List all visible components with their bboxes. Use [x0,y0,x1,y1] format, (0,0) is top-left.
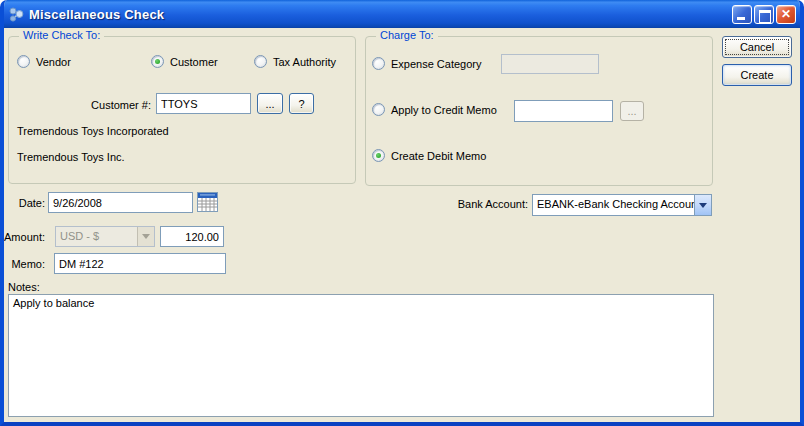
miscellaneous-check-dialog: Miscellaneous Check ✕ Write Check To: Ve… [0,0,804,426]
window-title: Miscellaneous Check [29,7,732,22]
charge-to-legend: Charge To: [376,29,438,41]
customer-number-label: Customer #: [49,99,151,111]
dialog-body: Write Check To: Vendor Customer Tax Auth… [4,28,800,422]
radio-indicator-selected [151,55,164,68]
memo-label: Memo: [4,258,45,270]
radio-apply-credit-memo[interactable]: Apply to Credit Memo [372,103,497,116]
write-check-to-legend: Write Check To: [19,29,104,41]
chevron-down-icon[interactable] [694,195,711,215]
radio-create-debit-memo-label: Create Debit Memo [391,150,486,162]
radio-tax-authority-label: Tax Authority [273,56,336,68]
bank-account-label: Bank Account: [334,198,528,210]
chevron-down-icon-disabled [137,227,154,246]
radio-indicator [254,55,267,68]
customer-help-button[interactable]: ? [289,93,314,114]
radio-indicator-selected [372,149,385,162]
currency-value: USD - $ [56,227,137,246]
radio-tax-authority[interactable]: Tax Authority [254,55,336,68]
maximize-button[interactable] [754,5,774,24]
radio-customer-label: Customer [170,56,218,68]
close-button[interactable]: ✕ [776,5,796,24]
date-input[interactable] [48,192,193,213]
radio-create-debit-memo[interactable]: Create Debit Memo [372,149,486,162]
bank-account-value: EBANK-eBank Checking Account [533,195,694,215]
credit-memo-input[interactable] [514,100,613,122]
expense-category-input [501,54,599,74]
credit-memo-browse-button: ... [620,101,644,121]
window-controls: ✕ [732,5,796,24]
radio-indicator [17,55,30,68]
minimize-button[interactable] [732,5,752,24]
customer-browse-button[interactable]: ... [257,93,283,114]
app-icon [8,6,25,23]
calendar-icon[interactable] [197,192,218,212]
amount-label: Amount: [4,231,45,243]
customer-number-input[interactable] [156,93,251,114]
radio-apply-credit-memo-label: Apply to Credit Memo [391,104,497,116]
title-bar[interactable]: Miscellaneous Check ✕ [0,0,804,28]
bank-account-select[interactable]: EBANK-eBank Checking Account [532,194,712,216]
currency-select: USD - $ [55,226,155,247]
company-full-name: Tremendous Toys Incorporated [17,125,169,137]
radio-indicator [372,57,385,70]
company-short-name: Tremendous Toys Inc. [17,151,125,163]
radio-vendor[interactable]: Vendor [17,55,71,68]
cancel-button[interactable]: Cancel [722,36,792,58]
radio-vendor-label: Vendor [36,56,71,68]
create-button[interactable]: Create [722,64,792,86]
radio-expense-category[interactable]: Expense Category [372,57,482,70]
close-icon: ✕ [777,6,795,23]
amount-input[interactable] [160,226,224,247]
date-label: Date: [4,197,45,209]
notes-label: Notes: [8,281,40,293]
radio-expense-category-label: Expense Category [391,58,482,70]
notes-textarea[interactable]: Apply to balance [8,294,714,417]
radio-customer[interactable]: Customer [151,55,218,68]
memo-input[interactable] [54,253,226,274]
charge-to-group: Charge To: Expense Category Apply to Cre… [365,36,713,186]
radio-indicator [372,103,385,116]
write-check-to-group: Write Check To: Vendor Customer Tax Auth… [8,36,356,184]
